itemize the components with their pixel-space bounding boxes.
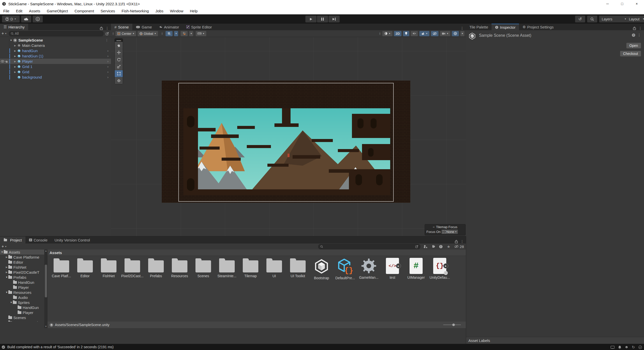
lock-icon[interactable] xyxy=(455,240,458,243)
tab-console[interactable]: Console xyxy=(25,236,51,243)
menu-edit[interactable]: Edit xyxy=(13,8,26,14)
effects-toggle[interactable]: ▼ xyxy=(419,31,429,36)
prefab-open-chevron-icon[interactable]: › xyxy=(107,65,108,68)
project-search-input[interactable] xyxy=(318,244,420,249)
asset-labels-bar[interactable]: Asset Labels xyxy=(466,337,644,344)
asset-item-folder[interactable]: Tilemap xyxy=(239,258,262,280)
prefab-open-chevron-icon[interactable]: › xyxy=(107,59,108,63)
asset-item-folder[interactable]: UI xyxy=(262,258,286,280)
menu-component[interactable]: Component xyxy=(71,8,97,14)
hierarchy-row-background[interactable]: background › xyxy=(0,75,111,80)
menu-gameobject[interactable]: GameObject xyxy=(44,8,71,14)
foldout-closed-icon[interactable]: ▶ xyxy=(13,44,17,47)
move-tool-button[interactable] xyxy=(115,49,123,56)
hidden-objects-toggle[interactable] xyxy=(431,31,438,36)
tree-row[interactable]: ▼Sprites xyxy=(0,300,44,305)
window-popout-icon[interactable] xyxy=(106,32,109,35)
hierarchy-search-input[interactable]: All xyxy=(9,31,104,36)
hierarchy-row-handgun[interactable]: ▶ handGun › xyxy=(0,48,111,53)
tree-row[interactable]: Player xyxy=(0,285,44,290)
foldout-closed-icon[interactable]: ▶ xyxy=(13,55,17,57)
tab-project[interactable]: Project xyxy=(0,236,25,243)
asset-item-folder[interactable]: Resources xyxy=(168,258,191,280)
package-icon[interactable] xyxy=(625,345,628,349)
open-scene-button[interactable]: Open xyxy=(626,43,641,48)
layout-dropdown[interactable]: Layout▼ xyxy=(626,16,644,22)
prefab-open-chevron-icon[interactable]: › xyxy=(107,49,108,53)
snap-increment-dropdown[interactable]: ▼ xyxy=(189,31,193,36)
layers-dropdown[interactable]: Layers▼ xyxy=(599,16,629,22)
tab-project-settings[interactable]: ⚙ Project Settings xyxy=(519,24,557,30)
cast-icon[interactable] xyxy=(611,346,615,349)
asset-item-json[interactable]: {} ▶ − UnityDefau... xyxy=(428,258,452,280)
tree-row[interactable]: HandGun xyxy=(0,280,44,285)
menu-fish-networking[interactable]: Fish-Networking xyxy=(118,8,152,14)
scroll-down-icon[interactable]: ▼ xyxy=(44,325,48,328)
tree-row[interactable]: Player xyxy=(0,310,44,315)
snap-increment-button[interactable] xyxy=(181,31,188,36)
hierarchy-row-handgun-1[interactable]: ▶ handGun (1) › xyxy=(0,53,111,59)
hidden-packages-toggle[interactable]: 28 xyxy=(454,244,464,249)
foldout-closed-icon[interactable]: ▶ xyxy=(13,60,17,63)
checkout-button[interactable]: Checkout xyxy=(620,51,641,56)
kebab-menu-icon[interactable]: ⋮ xyxy=(460,239,464,243)
asset-item-preset[interactable]: {} DefaultPre... xyxy=(333,258,357,280)
tree-row[interactable]: Editor xyxy=(0,260,44,265)
thumbnail-size-slider[interactable] xyxy=(443,325,461,325)
breadcrumb-path[interactable]: Assets/Scenes/SampleScene.unity xyxy=(55,323,109,327)
search-popout-icon[interactable] xyxy=(415,245,418,248)
tree-row[interactable]: SteamIntegratio xyxy=(0,320,44,322)
grid-snap-toggle[interactable]: Y xyxy=(166,31,173,36)
tree-row[interactable]: Audio xyxy=(0,295,44,300)
favorites-star-icon[interactable]: ★ xyxy=(447,244,450,249)
hierarchy-row-main-camera[interactable]: ▶ Main Camera xyxy=(0,43,111,48)
tab-scene[interactable]: # Scene xyxy=(111,24,132,30)
shading-mode-button[interactable]: ▼ xyxy=(382,31,392,36)
asset-item-folder[interactable]: Scenes xyxy=(191,258,215,280)
ruler-button[interactable]: ▼ xyxy=(196,31,206,36)
asset-item-script[interactable]: </> ▶ test xyxy=(381,258,404,280)
asset-item-gear[interactable]: GameMan... xyxy=(357,258,381,280)
kebab-menu-icon[interactable]: ⋮ xyxy=(105,26,109,30)
menu-services[interactable]: Services xyxy=(97,8,118,14)
hierarchy-row-scene[interactable]: ▼ SampleScene ⋮ xyxy=(0,38,111,43)
tab-inspector[interactable]: Inspector xyxy=(492,24,519,30)
pivot-mode-button[interactable]: Center ▼ xyxy=(115,31,136,36)
drag-handle-icon[interactable]: ‖ xyxy=(379,32,381,36)
audio-toggle[interactable] xyxy=(411,31,418,36)
tab-hierarchy[interactable]: ☰ Hierarchy xyxy=(0,24,28,30)
tab-sprite-editor[interactable]: Sprite Editor xyxy=(183,24,216,30)
tree-scrollbar[interactable]: ▲ ▼ xyxy=(44,250,48,328)
asset-item-folder[interactable]: Cave Platf... xyxy=(50,258,73,280)
kebab-menu-icon[interactable]: ⋮ xyxy=(105,38,108,42)
hub-button[interactable]: D xyxy=(33,16,43,22)
search-everything-button[interactable] xyxy=(587,16,597,22)
picking-hand-icon[interactable] xyxy=(5,60,8,63)
create-button[interactable]: +▼ xyxy=(2,31,7,36)
focus-on-dropdown[interactable]: None ▼ xyxy=(441,230,458,234)
help-icon[interactable]: ? xyxy=(632,33,635,37)
lock-icon[interactable] xyxy=(100,27,103,30)
prefab-open-chevron-icon[interactable]: › xyxy=(107,75,108,79)
tree-row[interactable]: Scenes xyxy=(0,315,44,320)
asset-item-script[interactable]: # UIManager xyxy=(404,258,428,280)
cloud-button[interactable] xyxy=(21,16,31,22)
asset-item-folder[interactable]: FishNet xyxy=(97,258,120,280)
tree-row[interactable]: ▼Resources xyxy=(0,290,44,295)
asset-item-folder[interactable]: Prefabs xyxy=(144,258,168,280)
tab-animator[interactable]: Animator xyxy=(155,24,183,30)
tree-row[interactable]: ▶Cave Platforme xyxy=(0,255,44,260)
gizmos-dropdown[interactable]: ▼ xyxy=(460,31,464,36)
foldout-closed-icon[interactable]: ▶ xyxy=(13,50,17,52)
kebab-menu-icon[interactable]: ⋮ xyxy=(638,26,642,30)
close-button[interactable]: × xyxy=(629,0,644,8)
transform-tool-button[interactable] xyxy=(115,77,123,84)
undo-history-button[interactable]: ↺ xyxy=(575,16,585,22)
scene-viewport[interactable]: ▬▬ ━ Tilemap Focus xyxy=(111,37,466,236)
asset-item-folder[interactable]: SteamInte... xyxy=(215,258,239,280)
search-by-label-icon[interactable] xyxy=(431,245,435,248)
lock-icon[interactable] xyxy=(633,27,636,30)
notification-bell-icon[interactable] xyxy=(618,345,621,349)
foldout-closed-icon[interactable]: ▶ xyxy=(13,65,17,68)
tab-game[interactable]: Game xyxy=(132,24,155,30)
